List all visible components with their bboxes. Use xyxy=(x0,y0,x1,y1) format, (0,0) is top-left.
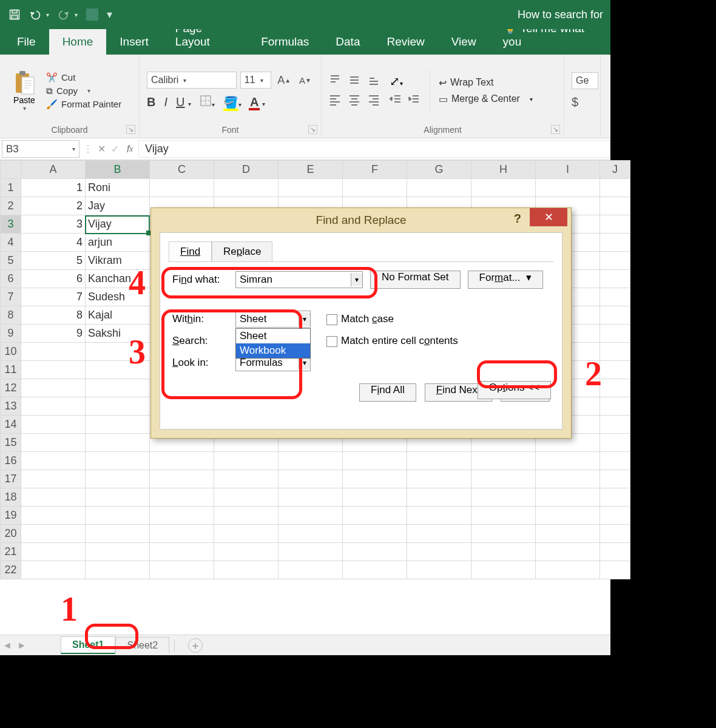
cell[interactable] xyxy=(343,543,407,561)
cell[interactable] xyxy=(600,197,630,215)
chevron-down-icon[interactable]: ▾ xyxy=(299,312,310,326)
cell[interactable] xyxy=(86,470,150,488)
row-header[interactable]: 5 xyxy=(1,252,21,270)
col-E[interactable]: E xyxy=(279,161,343,179)
row-header[interactable]: 8 xyxy=(1,306,21,325)
cell[interactable]: 7 xyxy=(21,288,86,306)
dialog-close-button[interactable]: ✕ xyxy=(530,208,567,226)
alignment-launcher-icon[interactable]: ↘ xyxy=(551,125,560,134)
cell[interactable] xyxy=(86,507,150,525)
format-painter-button[interactable]: 🖌️Format Painter xyxy=(46,99,121,110)
cell[interactable]: Kanchan xyxy=(86,270,150,288)
cell[interactable] xyxy=(600,561,630,579)
cell[interactable]: 6 xyxy=(21,270,86,288)
tab-view[interactable]: View xyxy=(438,29,490,55)
cell[interactable] xyxy=(600,179,630,197)
format-button[interactable]: Format... ▾ xyxy=(468,271,543,289)
cell[interactable] xyxy=(600,488,630,507)
cell[interactable] xyxy=(536,507,600,525)
cell[interactable] xyxy=(343,561,407,579)
decrease-indent-icon[interactable] xyxy=(390,93,402,108)
cell[interactable]: Jay xyxy=(86,197,150,215)
cell[interactable] xyxy=(21,434,86,452)
cell[interactable] xyxy=(600,252,630,270)
col-D[interactable]: D xyxy=(214,161,279,179)
cell[interactable] xyxy=(407,507,471,525)
cell[interactable] xyxy=(150,561,214,579)
cell[interactable] xyxy=(471,452,536,470)
qat-customize-icon[interactable]: ▾ xyxy=(107,8,112,21)
new-sheet-button[interactable]: ＋ xyxy=(188,638,203,653)
cell[interactable] xyxy=(407,179,471,197)
redo-icon[interactable] xyxy=(58,8,70,21)
wrap-text-button[interactable]: ↩Wrap Text xyxy=(439,77,533,89)
options-button[interactable]: Options << xyxy=(478,381,551,399)
cell[interactable] xyxy=(343,488,407,507)
cell[interactable]: 1 xyxy=(21,179,86,197)
col-A[interactable]: A xyxy=(21,161,86,179)
tell-me[interactable]: 💡 Tell me what you xyxy=(490,29,610,55)
cut-button[interactable]: ✂️Cut xyxy=(46,72,121,83)
cell[interactable] xyxy=(600,543,630,561)
row-header[interactable]: 11 xyxy=(1,361,21,379)
align-bottom-icon[interactable] xyxy=(368,74,380,89)
font-name-selector[interactable]: Calibri▾ xyxy=(147,72,237,89)
tab-insert[interactable]: Insert xyxy=(106,29,162,55)
within-select[interactable]: Sheet▾ Sheet Workbook xyxy=(235,311,311,328)
cell[interactable] xyxy=(600,306,630,325)
cell[interactable] xyxy=(343,470,407,488)
cell[interactable] xyxy=(214,543,279,561)
cell[interactable] xyxy=(214,561,279,579)
dialog-help-icon[interactable]: ? xyxy=(514,212,521,226)
row-header[interactable]: 12 xyxy=(1,379,21,397)
cell[interactable] xyxy=(471,470,536,488)
cell[interactable] xyxy=(150,179,214,197)
copy-button[interactable]: ⧉Copy ▾ xyxy=(46,86,121,96)
cell[interactable] xyxy=(86,397,150,416)
within-option-workbook[interactable]: Workbook xyxy=(236,343,310,358)
cell[interactable] xyxy=(600,416,630,434)
cell[interactable] xyxy=(600,452,630,470)
cell[interactable] xyxy=(471,507,536,525)
row-header[interactable]: 14 xyxy=(1,416,21,434)
cell[interactable] xyxy=(600,325,630,343)
cell[interactable] xyxy=(279,507,343,525)
cell[interactable] xyxy=(407,543,471,561)
cell[interactable] xyxy=(150,452,214,470)
cell[interactable] xyxy=(21,343,86,361)
cell[interactable] xyxy=(600,434,630,452)
cell[interactable] xyxy=(86,434,150,452)
italic-button[interactable]: I xyxy=(164,95,167,109)
no-format-button[interactable]: No Format Set xyxy=(370,271,461,289)
cell[interactable] xyxy=(214,507,279,525)
cell[interactable] xyxy=(86,452,150,470)
align-middle-icon[interactable] xyxy=(348,74,360,89)
row-header[interactable]: 21 xyxy=(1,543,21,561)
cell[interactable]: 5 xyxy=(21,252,86,270)
col-C[interactable]: C xyxy=(150,161,214,179)
within-option-sheet[interactable]: Sheet xyxy=(236,329,310,343)
match-case-checkbox[interactable]: Match case xyxy=(326,313,394,325)
tab-home[interactable]: Home xyxy=(49,29,107,55)
row-header[interactable]: 7 xyxy=(1,288,21,306)
row-header[interactable]: 20 xyxy=(1,525,21,543)
cell[interactable] xyxy=(21,379,86,397)
cell[interactable] xyxy=(279,561,343,579)
dialog-tab-replace[interactable]: Replace xyxy=(212,241,272,262)
row-header[interactable]: 4 xyxy=(1,234,21,252)
tab-data[interactable]: Data xyxy=(322,29,373,55)
cell[interactable] xyxy=(150,507,214,525)
find-all-button[interactable]: Find All xyxy=(359,383,416,402)
cell[interactable] xyxy=(214,452,279,470)
cell[interactable] xyxy=(21,416,86,434)
cell[interactable] xyxy=(600,379,630,397)
cell[interactable] xyxy=(600,397,630,416)
cell[interactable] xyxy=(86,561,150,579)
cell[interactable] xyxy=(86,343,150,361)
cell[interactable] xyxy=(600,507,630,525)
cell[interactable] xyxy=(150,543,214,561)
row-header[interactable]: 10 xyxy=(1,343,21,361)
cell[interactable] xyxy=(86,525,150,543)
cell[interactable] xyxy=(86,361,150,379)
cell[interactable] xyxy=(600,270,630,288)
